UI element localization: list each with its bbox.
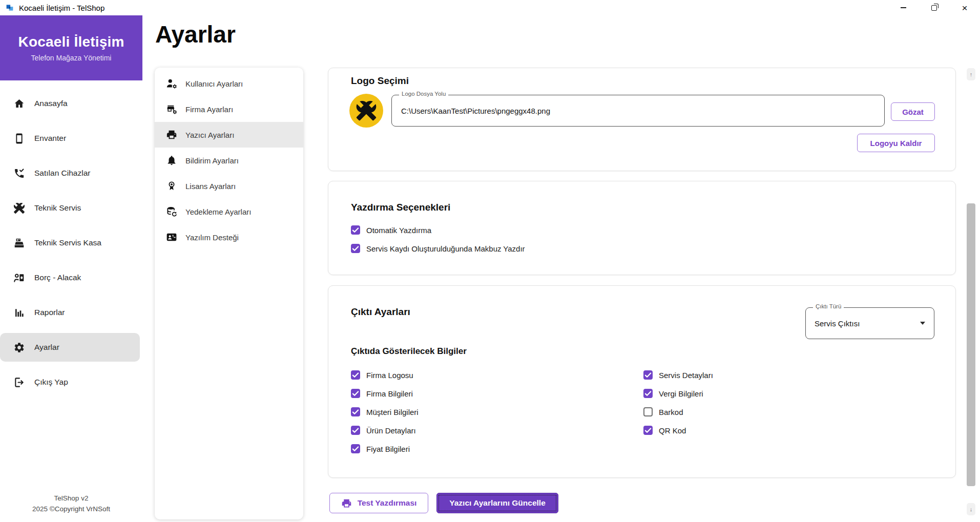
- sidebar-item-bor-alacak[interactable]: Borç - Alacak: [0, 263, 140, 292]
- sidebar-item-envanter[interactable]: Envanter: [0, 124, 140, 153]
- bar-chart-icon: [13, 307, 25, 319]
- checked-checkbox-icon: [351, 225, 360, 235]
- brand-subtitle: Telefon Mağaza Yönetimi: [31, 54, 112, 62]
- brand-title: Kocaeli İletişim: [18, 34, 124, 50]
- test-print-label: Test Yazdırması: [358, 498, 417, 508]
- settings-menu-item-yaz-c-ayarlar[interactable]: Yazıcı Ayarları: [155, 122, 303, 148]
- checked-checkbox-icon: [351, 244, 360, 253]
- settings-menu-panel: Kullanıcı AyarlarıFirma AyarlarıYazıcı A…: [155, 68, 303, 519]
- app-icon: [5, 3, 14, 12]
- checkbox-label: Vergi Bilgileri: [659, 389, 703, 398]
- sidebar-item-teknik-servis[interactable]: Teknik Servis: [0, 194, 140, 222]
- minimize-button[interactable]: [888, 0, 919, 15]
- output-fields-subtitle: Çıktıda Gösterilecek Bilgiler: [351, 346, 467, 357]
- sidebar-menu: AnasayfaEnvanterSatılan CihazlarTeknik S…: [0, 80, 142, 396]
- sidebar-item-label: Borç - Alacak: [34, 273, 81, 282]
- sidebar-item-ayarlar[interactable]: Ayarlar: [0, 333, 140, 362]
- scrollbar-down-button[interactable]: ↓: [967, 503, 975, 515]
- checked-checkbox-icon: [351, 389, 360, 398]
- copyright-text: 2025 ©Copyright VrNSoft: [0, 504, 142, 515]
- checkbox-vergi-bilgileri[interactable]: Vergi Bilgileri: [643, 388, 713, 399]
- remove-logo-button[interactable]: Logoyu Kaldır: [857, 134, 935, 152]
- settings-menu-item-label: Lisans Ayarları: [185, 182, 236, 191]
- titlebar: Kocaeli İletişim - TelShop ×: [0, 0, 980, 15]
- settings-menu-item-bildirim-ayarlar[interactable]: Bildirim Ayarları: [155, 148, 303, 173]
- checkbox-label: Otomatik Yazdırma: [366, 226, 431, 235]
- window-title: Kocaeli İletişim - TelShop: [19, 4, 105, 12]
- sidebar-item-label: Anasayfa: [34, 99, 68, 108]
- checkbox-label: Barkod: [659, 408, 683, 416]
- checkbox-servis-kayd-olu-turuldu-unda-makbuz-yazd-r[interactable]: Servis Kaydı Oluşturulduğunda Makbuz Yaz…: [351, 243, 525, 254]
- sidebar-item-sat-lan-cihazlar[interactable]: Satılan Cihazlar: [0, 159, 140, 187]
- update-printer-settings-button[interactable]: Yazıcı Ayarlarını Güncelle: [436, 493, 558, 513]
- close-button[interactable]: ×: [949, 0, 980, 15]
- logo-section-title: Logo Seçimi: [351, 75, 409, 87]
- settings-menu-item-label: Yedekleme Ayarları: [185, 207, 251, 216]
- scrollbar-up-button[interactable]: ↑: [967, 68, 975, 80]
- printer-icon: [166, 129, 177, 140]
- sidebar-item-raporlar[interactable]: Raporlar: [0, 298, 140, 327]
- settings-menu-item-label: Yazılım Desteği: [185, 233, 239, 242]
- tools-icon: [13, 202, 25, 214]
- phone-check-icon: [13, 168, 25, 179]
- settings-menu-item-label: Firma Ayarları: [185, 105, 233, 114]
- test-print-button[interactable]: Test Yazdırması: [329, 493, 428, 513]
- sidebar-item-anasayfa[interactable]: Anasayfa: [0, 89, 140, 118]
- print-options-list: Otomatik YazdırmaServis Kaydı Oluşturuld…: [351, 224, 525, 261]
- checked-checkbox-icon: [351, 444, 360, 453]
- checkbox-label: Servis Detayları: [659, 371, 713, 380]
- checkbox-firma-bilgileri[interactable]: Firma Bilgileri: [351, 388, 419, 399]
- company-logo-preview: [349, 94, 383, 128]
- checkbox-label: Firma Bilgileri: [366, 389, 413, 398]
- chevron-down-icon: [920, 322, 925, 325]
- checkbox-barkod[interactable]: Barkod: [643, 407, 713, 417]
- checkbox-fiyat-bilgileri[interactable]: Fiyat Bilgileri: [351, 444, 419, 454]
- unchecked-checkbox-icon: [643, 407, 653, 416]
- settings-menu-item-firma-ayarlar[interactable]: Firma Ayarları: [155, 96, 303, 122]
- crossed-tools-icon: [356, 100, 377, 121]
- arrow-down-icon: ↓: [970, 506, 973, 512]
- checkbox-otomatik-yazd-rma[interactable]: Otomatik Yazdırma: [351, 224, 525, 236]
- restore-button[interactable]: [919, 0, 949, 15]
- sidebar-footer: TelShop v2 2025 ©Copyright VrNSoft: [0, 493, 142, 515]
- person-money-icon: [13, 272, 25, 284]
- settings-menu-item-yedekleme-ayarlar[interactable]: Yedekleme Ayarları: [155, 199, 303, 224]
- scrollbar-thumb[interactable]: [967, 203, 975, 486]
- cash-register-icon: [13, 237, 25, 249]
- close-icon: ×: [962, 3, 967, 13]
- phone-icon: [13, 133, 25, 144]
- checked-checkbox-icon: [643, 370, 653, 380]
- logo-path-field[interactable]: Logo Dosya Yolu C:\Users\KaanTest\Pictur…: [391, 95, 885, 127]
- sidebar-item-label: Teknik Servis: [34, 203, 81, 213]
- checkbox-m-teri-bilgileri[interactable]: Müşteri Bilgileri: [351, 407, 419, 417]
- checkbox-firma-logosu[interactable]: Firma Logosu: [351, 370, 419, 380]
- checkbox-label: Müşteri Bilgileri: [366, 408, 419, 416]
- settings-menu-item-label: Bildirim Ayarları: [185, 156, 239, 165]
- output-fields-column-right: Servis DetaylarıVergi BilgileriBarkodQR …: [643, 370, 713, 444]
- checked-checkbox-icon: [643, 426, 653, 435]
- checked-checkbox-icon: [351, 407, 360, 416]
- checkbox-servis-detaylar[interactable]: Servis Detayları: [643, 370, 713, 380]
- browse-button[interactable]: Gözat: [891, 102, 935, 121]
- checked-checkbox-icon: [351, 426, 360, 435]
- checkbox-label: Ürün Detayları: [366, 426, 416, 435]
- sidebar-item-label: Satılan Cihazlar: [34, 169, 90, 178]
- checkbox-qr-kod[interactable]: QR Kod: [643, 425, 713, 435]
- settings-menu-item-kullan-c-ayarlar[interactable]: Kullanıcı Ayarları: [155, 71, 303, 96]
- gear-icon: [13, 342, 25, 353]
- output-fields-column-left: Firma LogosuFirma BilgileriMüşteri Bilgi…: [351, 370, 419, 462]
- page-title: Ayarlar: [155, 20, 236, 48]
- checkbox-r-n-detaylar[interactable]: Ürün Detayları: [351, 425, 419, 435]
- settings-menu-item-label: Kullanıcı Ayarları: [185, 79, 243, 88]
- output-settings-card: Çıktı Ayarları Çıktı Türü Servis Çıktısı…: [328, 285, 956, 478]
- settings-menu-item-yaz-l-m-deste-i[interactable]: Yazılım Desteği: [155, 224, 303, 250]
- sidebar-item-teknik-servis-kasa[interactable]: Teknik Servis Kasa: [0, 228, 140, 257]
- bell-icon: [166, 155, 177, 166]
- output-type-select[interactable]: Çıktı Türü Servis Çıktısı: [805, 307, 934, 339]
- settings-menu-item-lisans-ayarlar[interactable]: Lisans Ayarları: [155, 173, 303, 199]
- checked-checkbox-icon: [643, 389, 653, 398]
- logout-icon: [13, 377, 25, 388]
- print-options-card: Yazdırma Seçenekleri Otomatik YazdırmaSe…: [328, 181, 956, 275]
- sidebar-item-label: Raporlar: [34, 308, 65, 317]
- sidebar-item-k-yap[interactable]: Çıkış Yap: [0, 368, 140, 396]
